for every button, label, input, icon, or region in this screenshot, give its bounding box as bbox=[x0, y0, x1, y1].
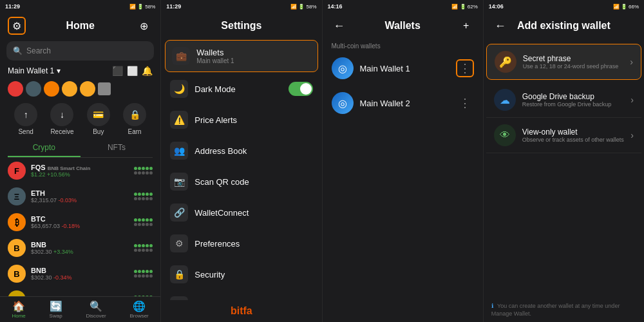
nav-discover[interactable]: 🔍 Discover bbox=[86, 300, 106, 319]
bottom-nav: 🏠 Home 🔄 Swap 🔍 Discover 🌐 Browser bbox=[0, 296, 160, 322]
tab-nfts[interactable]: NFTs bbox=[80, 139, 153, 157]
wallet-list-item-1[interactable]: ◎ Main Wallet 1 ⋮ bbox=[323, 51, 483, 86]
chevron-icon-3: › bbox=[630, 130, 634, 140]
settings-item-preferences[interactable]: ⚙ Preferences bbox=[161, 228, 321, 259]
status-icons-3: 📶 🔋 62% bbox=[451, 4, 477, 10]
security-icon: 🔒 bbox=[170, 265, 188, 283]
asset-info-btc: BTC $63,657.03 -0.18% bbox=[31, 215, 129, 229]
search-icon: 🔍 bbox=[13, 46, 23, 55]
link-icon bbox=[98, 82, 111, 95]
view-only-icon: 👁 bbox=[494, 124, 516, 146]
earn-button[interactable]: 🔒 Earn bbox=[123, 103, 146, 135]
add-wallet-panel: 14:06 📶 🔋 66% ← Add existing wallet 🔑 Se… bbox=[484, 0, 644, 322]
wallet-list-item-2[interactable]: ◎ Main Wallet 2 ⋮ bbox=[323, 86, 483, 120]
nav-swap[interactable]: 🔄 Swap bbox=[50, 300, 62, 319]
preferences-icon: ⚙ bbox=[170, 234, 188, 252]
avatar-3 bbox=[44, 81, 59, 97]
avatar-4 bbox=[62, 81, 77, 97]
nav-home[interactable]: 🏠 Home bbox=[12, 300, 25, 319]
settings-list: 💼 Wallets Main wallet 1 🌙 Dark Mode ⚠️ P… bbox=[161, 39, 321, 300]
settings-item-notifications[interactable]: 🔔 Notifications bbox=[161, 290, 321, 300]
list-item[interactable]: B BNB $302.30 +3.34% bbox=[0, 235, 160, 261]
nav-browser[interactable]: 🌐 Browser bbox=[129, 300, 148, 319]
wallet-icon-1: ◎ bbox=[332, 57, 354, 79]
receive-button[interactable]: ↓ Receive bbox=[50, 103, 73, 135]
bitfa-logo: bitfa bbox=[161, 300, 321, 322]
bell-icon[interactable]: 🔔 bbox=[142, 66, 153, 76]
settings-item-security[interactable]: 🔒 Security bbox=[161, 259, 321, 290]
wallet-name[interactable]: Main Wallet 1 ▾ bbox=[8, 66, 61, 75]
wallet-more-2[interactable]: ⋮ bbox=[456, 94, 474, 112]
address-book-icon: 👥 bbox=[170, 142, 188, 160]
wallets-panel: 14:16 📶 🔋 62% ← Wallets + Multi-coin wal… bbox=[323, 0, 484, 322]
add-wallet-header: ← Add existing wallet bbox=[484, 13, 644, 39]
avatar-1 bbox=[8, 81, 23, 97]
list-item[interactable]: F FQS BNB Smart Chain $1.22 +10.56% bbox=[0, 158, 160, 184]
asset-info-fqs: FQS BNB Smart Chain $1.22 +10.56% bbox=[31, 164, 129, 178]
send-button[interactable]: ↑ Send bbox=[14, 103, 37, 135]
settings-title: Settings bbox=[187, 20, 296, 32]
copy-icon[interactable]: ⬛ bbox=[112, 66, 123, 76]
buy-button[interactable]: 💳 Buy bbox=[87, 103, 110, 135]
home-title: Home bbox=[26, 20, 135, 32]
settings-header: Settings bbox=[161, 13, 321, 39]
wallet-icon-2: ◎ bbox=[332, 92, 354, 114]
walletconnect-icon: 🔗 bbox=[170, 204, 188, 222]
list-item[interactable]: Ξ ETH $2,315.07 -0.03% bbox=[0, 184, 160, 209]
asset-list: F FQS BNB Smart Chain $1.22 +10.56% Ξ ET… bbox=[0, 158, 160, 296]
search-placeholder: Search bbox=[26, 46, 51, 55]
settings-item-price-alerts[interactable]: ⚠️ Price Alerts bbox=[161, 104, 321, 135]
add-wallet-button[interactable]: + bbox=[457, 17, 475, 35]
settings-item-wallets[interactable]: 💼 Wallets Main wallet 1 bbox=[165, 40, 317, 72]
search-bar[interactable]: 🔍 Search bbox=[6, 41, 154, 61]
qr-icon[interactable]: ⬜ bbox=[127, 66, 138, 76]
wallets-icon: 💼 bbox=[172, 47, 190, 65]
asset-icon-eth: Ξ bbox=[8, 187, 26, 205]
status-icons-4: 📶 🔋 66% bbox=[613, 4, 639, 10]
time-3: 14:16 bbox=[328, 3, 343, 10]
secret-phrase-option[interactable]: 🔑 Secret phrase Use a 12, 18 or 24-word … bbox=[486, 44, 641, 80]
status-bar-3: 14:16 📶 🔋 62% bbox=[323, 0, 483, 13]
status-bar-1: 11:29 📶 🔋 58% bbox=[0, 0, 160, 13]
time-1: 11:29 bbox=[5, 3, 20, 10]
tab-crypto[interactable]: Crypto bbox=[8, 139, 80, 157]
status-icons-2: 📶 🔋 58% bbox=[290, 4, 316, 10]
avatar-2 bbox=[26, 81, 41, 97]
wallet-more-1[interactable]: ⋮ bbox=[456, 59, 474, 77]
time-4: 14:06 bbox=[489, 3, 504, 10]
home-panel: 11:29 📶 🔋 58% ⚙ Home ⊕ 🔍 Search Main Wal… bbox=[0, 0, 161, 322]
settings-item-scan-qr[interactable]: 📷 Scan QR code bbox=[161, 166, 321, 197]
google-drive-option[interactable]: ☁ Google Drive backup Restore from Googl… bbox=[486, 82, 641, 118]
add-wallet-options: 🔑 Secret phrase Use a 12, 18 or 24-word … bbox=[484, 39, 644, 298]
info-icon: ℹ bbox=[491, 303, 493, 309]
action-row: ↑ Send ↓ Receive 💳 Buy 🔒 Earn bbox=[0, 99, 160, 139]
chevron-icon-1: › bbox=[630, 57, 633, 67]
wallet-selector: Main Wallet 1 ▾ ⬛ ⬜ 🔔 bbox=[0, 63, 160, 79]
list-item[interactable]: D DOGE bbox=[0, 287, 160, 296]
settings-item-walletconnect[interactable]: 🔗 WalletConnect bbox=[161, 197, 321, 228]
list-item[interactable]: ₿ BTC $63,657.03 -0.18% bbox=[0, 209, 160, 235]
add-wallet-title: Add existing wallet bbox=[509, 20, 618, 32]
home-header: ⚙ Home ⊕ bbox=[0, 13, 160, 39]
asset-icon-bnb1: B bbox=[8, 239, 26, 257]
time-2: 11:29 bbox=[166, 3, 181, 10]
wallets-back-button[interactable]: ← bbox=[330, 17, 348, 35]
add-icon[interactable]: ⊕ bbox=[135, 17, 153, 35]
asset-info-bnb2: BNB $302.30 -0.34% bbox=[31, 267, 129, 281]
asset-chart-fqs bbox=[134, 167, 153, 175]
asset-chart-eth bbox=[134, 193, 153, 200]
settings-item-address-book[interactable]: 👥 Address Book bbox=[161, 135, 321, 166]
add-wallet-back-button[interactable]: ← bbox=[491, 17, 509, 35]
settings-icon[interactable]: ⚙ bbox=[8, 17, 26, 35]
google-drive-icon: ☁ bbox=[494, 89, 516, 111]
asset-icon-bnb2: B bbox=[8, 265, 26, 283]
dark-mode-toggle[interactable] bbox=[289, 82, 313, 96]
settings-item-darkmode[interactable]: 🌙 Dark Mode bbox=[161, 73, 321, 104]
asset-chart-bnb2 bbox=[134, 270, 153, 278]
status-bar-2: 11:29 📶 🔋 58% bbox=[161, 0, 321, 13]
wallets-header: ← Wallets + bbox=[323, 13, 483, 39]
list-item[interactable]: B BNB $302.30 -0.34% bbox=[0, 261, 160, 287]
wallet-actions: ⬛ ⬜ 🔔 bbox=[112, 66, 153, 76]
view-only-option[interactable]: 👁 View-only wallet Observe or track asse… bbox=[486, 118, 641, 153]
secret-phrase-icon: 🔑 bbox=[495, 51, 516, 73]
